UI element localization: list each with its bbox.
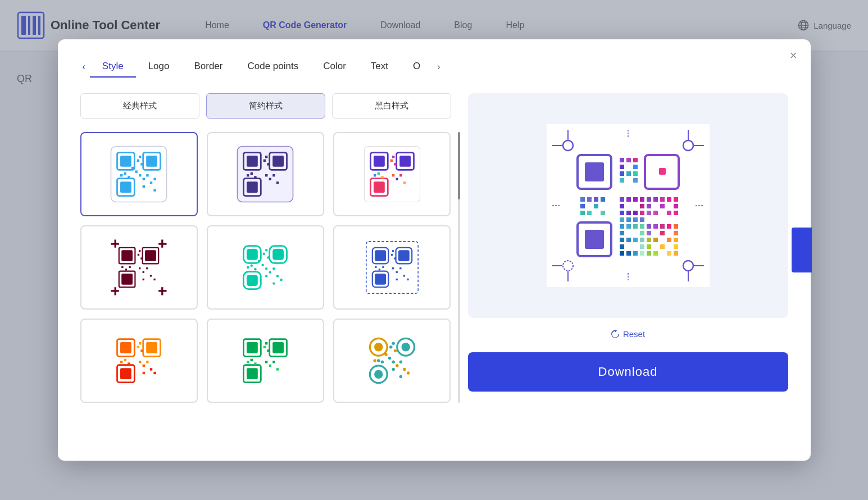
qr-style-card-2[interactable] (207, 132, 324, 216)
svg-rect-23 (139, 174, 141, 176)
svg-rect-93 (154, 279, 156, 280)
svg-rect-43 (247, 174, 249, 176)
svg-rect-17 (139, 156, 141, 158)
tab-arrow-left[interactable]: ‹ (80, 60, 88, 74)
tab-other[interactable]: O (401, 56, 433, 78)
svg-point-186 (396, 364, 399, 367)
svg-rect-19 (140, 163, 143, 165)
svg-point-106 (255, 268, 257, 270)
svg-rect-284 (633, 224, 638, 229)
svg-rect-282 (620, 224, 624, 229)
svg-rect-233 (594, 204, 598, 208)
qr-style-card-5[interactable] (207, 225, 324, 310)
scrollbar-thumb[interactable] (458, 132, 460, 199)
svg-rect-236 (601, 211, 605, 215)
left-panel: 经典样式 简约样式 黑白样式 (80, 93, 451, 403)
qr-preview-4 (108, 237, 170, 298)
svg-point-105 (251, 265, 253, 267)
svg-rect-90 (146, 267, 148, 269)
svg-rect-94 (238, 240, 293, 296)
svg-rect-247 (667, 211, 671, 215)
bw-style-button[interactable]: 黑白样式 (332, 93, 451, 119)
svg-rect-16 (120, 181, 131, 193)
qr-style-card-6[interactable] (333, 225, 451, 310)
svg-point-176 (401, 343, 410, 351)
svg-point-103 (267, 256, 270, 258)
svg-rect-235 (587, 211, 592, 215)
svg-rect-277 (640, 211, 644, 215)
svg-rect-25 (146, 174, 148, 176)
qr-grid-container (80, 132, 451, 403)
classic-style-button[interactable]: 经典样式 (80, 93, 199, 119)
svg-rect-238 (653, 197, 658, 202)
reset-icon (611, 330, 620, 339)
svg-rect-237 (647, 197, 651, 202)
qr-style-card-1[interactable] (80, 132, 198, 216)
svg-rect-29 (154, 189, 156, 191)
qr-preview-container (468, 93, 788, 318)
svg-rect-57 (392, 156, 394, 158)
svg-rect-294 (620, 251, 624, 256)
svg-rect-20 (120, 174, 122, 176)
svg-rect-170 (273, 361, 275, 363)
svg-point-178 (374, 370, 383, 379)
svg-rect-274 (620, 211, 624, 215)
svg-rect-147 (124, 359, 126, 361)
svg-rect-165 (247, 361, 249, 363)
svg-rect-22 (128, 176, 130, 178)
download-button[interactable]: Download (468, 352, 788, 392)
qr-style-card-4[interactable] (80, 225, 198, 310)
svg-point-112 (280, 279, 283, 281)
svg-rect-218 (620, 158, 624, 162)
svg-rect-46 (265, 174, 267, 176)
svg-rect-124 (392, 250, 394, 252)
svg-rect-272 (620, 204, 624, 208)
svg-point-181 (394, 349, 397, 353)
svg-rect-52 (374, 156, 385, 167)
svg-rect-83 (138, 254, 139, 256)
svg-point-101 (265, 249, 267, 251)
svg-rect-251 (660, 224, 665, 229)
tab-arrow-right[interactable]: › (435, 60, 442, 74)
svg-rect-253 (674, 224, 678, 229)
svg-rect-255 (660, 231, 665, 235)
tab-style[interactable]: Style (90, 56, 136, 78)
svg-point-108 (269, 271, 271, 274)
svg-rect-249 (647, 224, 651, 229)
reset-button[interactable]: Reset (611, 329, 645, 339)
svg-rect-148 (128, 362, 130, 365)
qr-style-card-3[interactable] (333, 132, 451, 216)
svg-rect-35 (247, 156, 258, 167)
svg-rect-242 (647, 204, 651, 208)
svg-rect-296 (633, 251, 638, 256)
svg-rect-261 (647, 244, 651, 249)
svg-rect-275 (626, 211, 631, 215)
tab-text[interactable]: Text (358, 56, 401, 78)
qr-style-card-8[interactable] (207, 319, 324, 403)
side-panel-button[interactable] (792, 228, 812, 272)
simple-style-button[interactable]: 简约样式 (206, 93, 325, 119)
qr-style-card-7[interactable] (80, 319, 198, 403)
right-panel: Reset Download (468, 93, 788, 403)
qr-preview-2 (234, 143, 296, 205)
tab-color[interactable]: Color (311, 56, 358, 78)
svg-rect-63 (392, 174, 394, 176)
svg-rect-66 (403, 181, 406, 184)
tab-logo[interactable]: Logo (136, 56, 182, 78)
svg-point-193 (388, 357, 392, 360)
svg-rect-288 (620, 238, 624, 242)
svg-rect-228 (580, 197, 585, 202)
svg-rect-248 (674, 211, 678, 215)
svg-point-187 (399, 360, 402, 363)
tab-border[interactable]: Border (181, 56, 235, 78)
qr-preview-1 (108, 143, 170, 205)
svg-rect-166 (251, 359, 253, 361)
close-button[interactable]: × (790, 49, 797, 62)
svg-rect-88 (139, 267, 140, 269)
svg-rect-154 (154, 372, 156, 374)
svg-rect-283 (626, 224, 631, 229)
qr-style-card-9[interactable] (333, 319, 451, 403)
svg-rect-140 (146, 342, 157, 353)
tab-code-points[interactable]: Code points (235, 56, 311, 78)
svg-rect-264 (647, 251, 651, 256)
